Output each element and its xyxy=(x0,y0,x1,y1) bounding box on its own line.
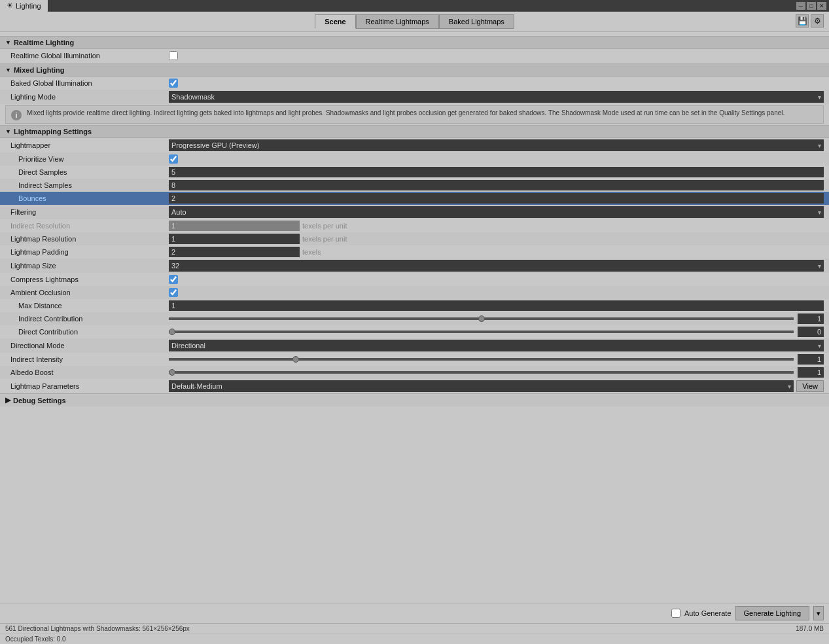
indirect-intensity-row: Indirect Intensity xyxy=(0,353,829,366)
albedo-boost-slider[interactable] xyxy=(169,371,794,374)
mixed-content: Baked Global Illumination Lighting Mode … xyxy=(0,77,829,124)
lightmapper-select-wrapper: Progressive GPU (Preview) Progressive CP… xyxy=(169,139,824,151)
indirect-intensity-slider[interactable] xyxy=(169,358,794,361)
direct-contribution-slider[interactable] xyxy=(169,331,794,333)
title-bar: ☀ Lighting ─ □ ✕ xyxy=(0,0,829,12)
compress-lightmaps-checkbox[interactable] xyxy=(169,275,178,284)
lightmap-padding-label: Lightmap Padding xyxy=(5,248,169,256)
section-title-mixed: Mixed Lighting xyxy=(14,66,65,74)
compress-lightmaps-row: Compress Lightmaps xyxy=(0,273,829,286)
direct-samples-input[interactable] xyxy=(169,167,824,177)
arrow-icon-debug: ▶ xyxy=(5,396,10,404)
status-size: 187.0 MB xyxy=(796,625,824,632)
generate-area: Auto Generate Generate Lighting ▾ xyxy=(671,606,824,620)
albedo-boost-row: Albedo Boost xyxy=(0,366,829,379)
indirect-contribution-slider[interactable] xyxy=(169,317,794,320)
bottom-bar-top: Auto Generate Generate Lighting ▾ xyxy=(0,603,829,623)
indirect-contribution-value[interactable] xyxy=(798,313,824,324)
indirect-resolution-input[interactable] xyxy=(169,221,300,231)
albedo-boost-label: Albedo Boost xyxy=(5,368,169,376)
mixed-info-box: i Mixed lights provide realtime direct l… xyxy=(5,105,824,124)
direct-contribution-value[interactable] xyxy=(798,327,824,337)
albedo-boost-value[interactable] xyxy=(798,367,824,378)
section-realtime-lighting: ▼ Realtime Lighting Realtime Global Illu… xyxy=(0,36,829,62)
section-mixed-lighting: ▼ Mixed Lighting Baked Global Illuminati… xyxy=(0,63,829,124)
indirect-samples-row: Indirect Samples xyxy=(0,179,829,192)
indirect-contribution-label: Indirect Contribution xyxy=(5,315,169,323)
lightmap-size-label: Lightmap Size xyxy=(5,262,169,270)
max-distance-input[interactable] xyxy=(169,300,824,311)
bounces-row: Bounces xyxy=(0,192,829,205)
section-header-realtime[interactable]: ▼ Realtime Lighting xyxy=(0,36,829,49)
prioritize-view-checkbox[interactable] xyxy=(169,154,178,164)
arrow-icon: ▼ xyxy=(5,39,11,46)
tab-baked-lightmaps[interactable]: Baked Lightmaps xyxy=(439,14,514,29)
lightmapper-select[interactable]: Progressive GPU (Preview) Progressive CP… xyxy=(169,139,824,151)
section-header-lightmap[interactable]: ▼ Lightmapping Settings xyxy=(0,125,829,138)
lightmap-resolution-unit: texels per unit xyxy=(302,235,347,243)
save-icon[interactable]: 💾 xyxy=(796,14,809,27)
lightmapper-row: Lightmapper Progressive GPU (Preview) Pr… xyxy=(0,138,829,152)
lightmap-size-select-wrapper: 3264128256 512102420484096 xyxy=(169,260,824,272)
filtering-select-wrapper: Auto None Manual xyxy=(169,206,824,218)
baked-gi-label: Baked Global Illumination xyxy=(5,79,169,87)
realtime-gi-checkbox[interactable] xyxy=(169,51,178,60)
section-title-lightmap: Lightmapping Settings xyxy=(14,128,92,135)
indirect-resolution-unit: texels per unit xyxy=(302,222,347,230)
filtering-row: Filtering Auto None Manual xyxy=(0,205,829,219)
tab-title: Lighting xyxy=(16,2,41,10)
close-btn[interactable]: ✕ xyxy=(817,2,826,10)
lightmap-size-row: Lightmap Size 3264128256 512102420484096 xyxy=(0,259,829,273)
lightmap-size-select[interactable]: 3264128256 512102420484096 xyxy=(169,260,824,272)
bottom-bar: Auto Generate Generate Lighting ▾ 561 Di… xyxy=(0,603,829,644)
directional-mode-row: Directional Mode Directional Non-Directi… xyxy=(0,338,829,353)
ambient-occlusion-label: Ambient Occlusion xyxy=(5,289,169,296)
lighting-mode-label: Lighting Mode xyxy=(5,93,169,101)
ambient-occlusion-checkbox[interactable] xyxy=(169,288,178,297)
window-controls: ─ □ ✕ xyxy=(796,2,829,10)
bounces-input[interactable] xyxy=(169,193,824,204)
minimize-btn[interactable]: ─ xyxy=(796,2,805,10)
status-bar: 561 Directional Lightmaps with Shadowmas… xyxy=(0,623,829,634)
indirect-resolution-label: Indirect Resolution xyxy=(5,222,169,230)
directional-mode-select[interactable]: Directional Non-Directional xyxy=(169,340,824,351)
lightmap-resolution-row: Lightmap Resolution texels per unit xyxy=(0,232,829,245)
section-debug[interactable]: ▶ Debug Settings xyxy=(0,393,829,406)
lighting-mode-select-wrapper: Shadowmask Subtractive xyxy=(169,91,824,103)
lightmap-params-select[interactable]: Default-Medium xyxy=(169,380,794,392)
indirect-intensity-value[interactable] xyxy=(798,354,824,365)
lightmap-resolution-label: Lightmap Resolution xyxy=(5,235,169,243)
lightmapper-label: Lightmapper xyxy=(5,141,169,149)
baked-gi-checkbox[interactable] xyxy=(169,79,178,88)
tab-scene[interactable]: Scene xyxy=(315,14,355,29)
settings-icon[interactable]: ⚙ xyxy=(811,14,824,27)
status-text-1: 561 Directional Lightmaps with Shadowmas… xyxy=(5,625,190,632)
realtime-content: Realtime Global Illumination xyxy=(0,49,829,62)
maximize-btn[interactable]: □ xyxy=(807,2,816,10)
max-distance-row: Max Distance xyxy=(0,299,829,312)
direct-samples-label: Direct Samples xyxy=(5,168,169,176)
toolbar: Scene Realtime Lightmaps Baked Lightmaps… xyxy=(0,12,829,32)
filtering-select[interactable]: Auto None Manual xyxy=(169,206,824,218)
lightmap-resolution-input[interactable] xyxy=(169,234,300,244)
max-distance-label: Max Distance xyxy=(5,302,169,310)
section-title-realtime: Realtime Lighting xyxy=(14,39,74,46)
auto-generate-checkbox[interactable] xyxy=(671,609,680,618)
status-text-3: Occupied Texels: 0.0 xyxy=(5,635,66,643)
lightmap-params-view-btn[interactable]: View xyxy=(796,380,824,392)
direct-contribution-row: Direct Contribution xyxy=(0,325,829,338)
section-header-mixed[interactable]: ▼ Mixed Lighting xyxy=(0,63,829,77)
generate-lighting-btn[interactable]: Generate Lighting xyxy=(735,606,809,620)
lightmap-padding-input[interactable] xyxy=(169,247,300,257)
indirect-samples-input[interactable] xyxy=(169,180,824,190)
compress-lightmaps-label: Compress Lightmaps xyxy=(5,276,169,283)
window-tab[interactable]: ☀ Lighting xyxy=(0,0,48,12)
lightmap-padding-row: Lightmap Padding texels xyxy=(0,245,829,259)
tab-realtime-lightmaps[interactable]: Realtime Lightmaps xyxy=(356,14,439,29)
status-bar-2: Occupied Texels: 0.0 xyxy=(0,634,829,644)
arrow-icon-lightmap: ▼ xyxy=(5,128,11,135)
bounces-label: Bounces xyxy=(5,194,169,202)
generate-dropdown-btn[interactable]: ▾ xyxy=(813,606,824,620)
lighting-mode-select[interactable]: Shadowmask Subtractive xyxy=(169,91,824,103)
arrow-icon-mixed: ▼ xyxy=(5,67,11,73)
